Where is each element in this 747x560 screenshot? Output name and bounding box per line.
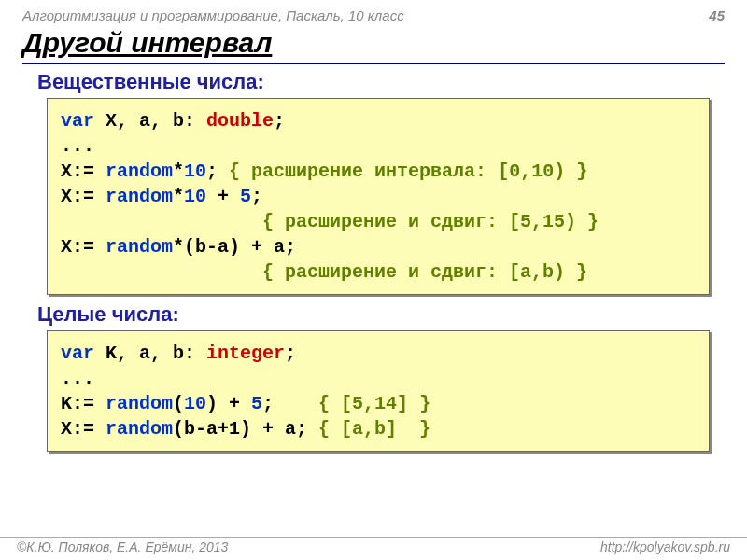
code-token: 5 [240,186,251,207]
code-token: X:= [61,418,106,440]
code-comment: { [5,14] } [318,393,430,414]
code-token: ... [61,368,94,389]
section-heading-int: Целые числа: [37,302,747,327]
section-heading-real: Вещественные числа: [37,70,747,94]
code-token: var [61,110,94,132]
code-token: K, a, b: [94,343,206,364]
code-token: K:= [61,393,106,414]
code-token: (b-a+1) + a; [173,418,318,440]
code-token [61,211,262,232]
code-token: X, a, b: [94,110,206,132]
code-token: X:= [61,161,106,182]
page-number: 45 [709,7,725,23]
code-token: random [106,393,173,414]
code-token: 10 [184,186,206,207]
course-name: Алгоритмизация и программирование, Паска… [22,7,404,23]
slide-header: Алгоритмизация и программирование, Паска… [0,0,747,25]
code-token: ; [206,161,229,182]
code-token: ; [251,186,262,207]
code-token: double [206,110,274,132]
code-token: random [106,418,173,440]
code-block-real: var X, a, b: double; ... X:= random*10; … [47,98,710,295]
code-token: * [173,186,184,207]
code-token: ) + [206,393,251,414]
code-token: X:= [61,236,106,258]
code-token: * [173,161,184,182]
slide-title: Другой интервал [22,27,725,64]
code-token [61,261,262,283]
code-comment: { расширение и сдвиг: [a,b) } [262,261,587,283]
code-token: integer [206,343,285,364]
code-comment: { [a,b] } [318,418,430,440]
footer-copyright: ©К.Ю. Поляков, Е.А. Ерёмин, 2013 [17,539,228,554]
code-token: ... [61,135,94,157]
code-token: random [106,161,173,182]
code-token: 5 [251,393,262,414]
code-token: random [106,236,173,258]
code-token: 10 [184,393,206,414]
code-token: ; [274,110,285,132]
code-token: ; [285,343,296,364]
code-token: var [61,343,94,364]
code-token: + [206,186,240,207]
code-token: ; [262,393,318,414]
code-block-int: var K, a, b: integer; ... K:= random(10)… [47,330,710,452]
code-token: random [106,186,173,207]
code-comment: { расширение и сдвиг: [5,15) } [262,211,599,232]
code-token: 10 [184,161,206,182]
code-token: *(b-a) + a; [173,236,296,258]
footer-url: http://kpolyakov.spb.ru [600,539,730,554]
code-comment: { расширение интервала: [0,10) } [229,161,587,182]
slide-footer: ©К.Ю. Поляков, Е.А. Ерёмин, 2013 http://… [0,537,747,554]
code-token: X:= [61,186,106,207]
code-token: ( [173,393,184,414]
